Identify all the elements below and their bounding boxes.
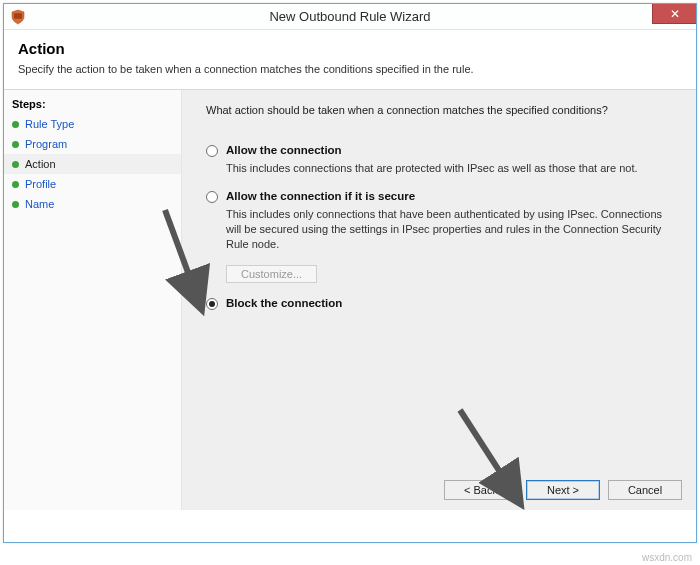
option-allow-secure[interactable]: Allow the connection if it is secure <box>206 190 678 203</box>
cancel-button[interactable]: Cancel <box>608 480 682 500</box>
steps-heading: Steps: <box>4 96 181 114</box>
step-bullet-icon <box>12 181 19 188</box>
option-title: Allow the connection <box>226 144 342 156</box>
sidebar-item-label: Program <box>25 138 67 150</box>
sidebar-item-program[interactable]: Program <box>4 134 181 154</box>
option-allow[interactable]: Allow the connection <box>206 144 678 157</box>
watermark: wsxdn.com <box>642 552 692 563</box>
svg-rect-0 <box>14 13 22 19</box>
steps-sidebar: Steps: Rule Type Program Action Profile … <box>4 90 182 510</box>
sidebar-item-label: Name <box>25 198 54 210</box>
radio-allow[interactable] <box>206 145 218 157</box>
next-button[interactable]: Next > <box>526 480 600 500</box>
sidebar-item-action[interactable]: Action <box>4 154 181 174</box>
back-button[interactable]: < Back <box>444 480 518 500</box>
step-bullet-icon <box>12 141 19 148</box>
page-title: Action <box>18 40 682 57</box>
option-desc: This includes connections that are prote… <box>226 161 666 176</box>
sidebar-item-label: Profile <box>25 178 56 190</box>
wizard-button-bar: < Back Next > Cancel <box>444 480 682 500</box>
option-title: Block the connection <box>226 297 342 309</box>
question-text: What action should be taken when a conne… <box>206 104 678 116</box>
sidebar-item-name[interactable]: Name <box>4 194 181 214</box>
titlebar[interactable]: New Outbound Rule Wizard ✕ <box>4 4 696 30</box>
radio-block[interactable] <box>206 298 218 310</box>
wizard-header: Action Specify the action to be taken wh… <box>4 30 696 90</box>
sidebar-item-label: Action <box>25 158 56 170</box>
wizard-body: Steps: Rule Type Program Action Profile … <box>4 90 696 510</box>
option-block[interactable]: Block the connection <box>206 297 678 310</box>
step-bullet-icon <box>12 121 19 128</box>
option-title: Allow the connection if it is secure <box>226 190 415 202</box>
sidebar-item-label: Rule Type <box>25 118 74 130</box>
radio-allow-secure[interactable] <box>206 191 218 203</box>
main-panel: What action should be taken when a conne… <box>182 90 696 510</box>
sidebar-item-rule-type[interactable]: Rule Type <box>4 114 181 134</box>
close-icon: ✕ <box>670 7 680 21</box>
customize-button: Customize... <box>226 265 317 283</box>
step-bullet-icon <box>12 161 19 168</box>
step-bullet-icon <box>12 201 19 208</box>
option-desc: This includes only connections that have… <box>226 207 666 252</box>
sidebar-item-profile[interactable]: Profile <box>4 174 181 194</box>
window-title: New Outbound Rule Wizard <box>4 9 696 24</box>
page-subtitle: Specify the action to be taken when a co… <box>18 63 682 75</box>
firewall-icon <box>10 9 26 25</box>
close-button[interactable]: ✕ <box>652 4 696 24</box>
wizard-window: New Outbound Rule Wizard ✕ Action Specif… <box>3 3 697 543</box>
